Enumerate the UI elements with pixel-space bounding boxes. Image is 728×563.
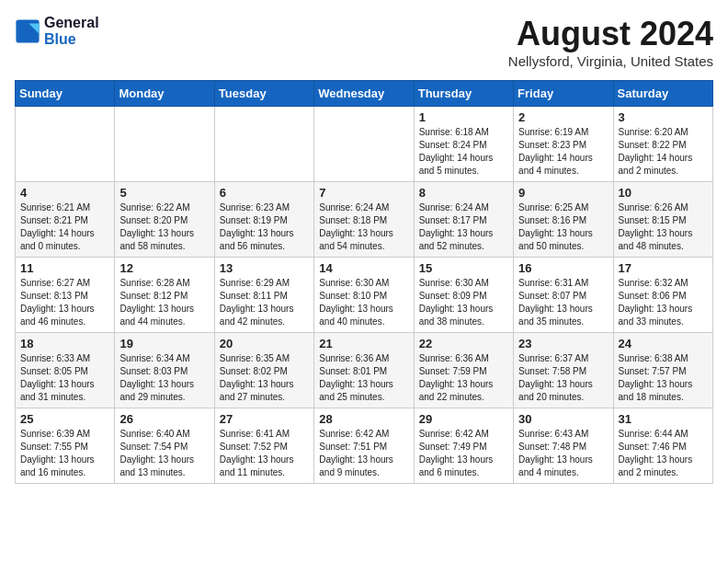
calendar-cell bbox=[16, 107, 115, 182]
day-number: 16 bbox=[518, 261, 608, 275]
calendar-cell: 31Sunrise: 6:44 AM Sunset: 7:46 PM Dayli… bbox=[613, 408, 712, 484]
day-info: Sunrise: 6:30 AM Sunset: 8:09 PM Dayligh… bbox=[419, 277, 508, 328]
day-info: Sunrise: 6:30 AM Sunset: 8:10 PM Dayligh… bbox=[319, 277, 408, 328]
calendar-cell: 17Sunrise: 6:32 AM Sunset: 8:06 PM Dayli… bbox=[613, 258, 712, 333]
week-row-5: 25Sunrise: 6:39 AM Sunset: 7:55 PM Dayli… bbox=[16, 408, 713, 484]
week-row-1: 1Sunrise: 6:18 AM Sunset: 8:24 PM Daylig… bbox=[16, 107, 713, 182]
logo-line2: Blue bbox=[44, 31, 99, 48]
header-day-monday: Monday bbox=[115, 81, 214, 107]
calendar-cell: 2Sunrise: 6:19 AM Sunset: 8:23 PM Daylig… bbox=[514, 107, 613, 182]
week-row-4: 18Sunrise: 6:33 AM Sunset: 8:05 PM Dayli… bbox=[16, 333, 713, 408]
day-number: 15 bbox=[419, 261, 508, 275]
calendar-cell bbox=[314, 107, 414, 182]
day-number: 13 bbox=[220, 261, 309, 275]
day-info: Sunrise: 6:42 AM Sunset: 7:51 PM Dayligh… bbox=[319, 428, 408, 479]
day-info: Sunrise: 6:25 AM Sunset: 8:16 PM Dayligh… bbox=[518, 201, 608, 253]
calendar-cell: 22Sunrise: 6:36 AM Sunset: 7:59 PM Dayli… bbox=[414, 333, 513, 408]
day-number: 8 bbox=[419, 186, 508, 200]
calendar-cell: 15Sunrise: 6:30 AM Sunset: 8:09 PM Dayli… bbox=[414, 258, 513, 333]
day-number: 18 bbox=[20, 337, 109, 350]
calendar-cell: 30Sunrise: 6:43 AM Sunset: 7:48 PM Dayli… bbox=[514, 408, 613, 484]
calendar-cell: 18Sunrise: 6:33 AM Sunset: 8:05 PM Dayli… bbox=[16, 333, 115, 408]
calendar-cell: 8Sunrise: 6:24 AM Sunset: 8:17 PM Daylig… bbox=[414, 182, 513, 258]
day-info: Sunrise: 6:18 AM Sunset: 8:24 PM Dayligh… bbox=[419, 126, 508, 178]
month-year: August 2024 bbox=[508, 15, 713, 53]
header-day-tuesday: Tuesday bbox=[214, 81, 313, 107]
day-info: Sunrise: 6:27 AM Sunset: 8:13 PM Dayligh… bbox=[20, 277, 109, 328]
day-number: 23 bbox=[518, 337, 608, 350]
calendar-cell: 11Sunrise: 6:27 AM Sunset: 8:13 PM Dayli… bbox=[16, 258, 115, 333]
day-info: Sunrise: 6:43 AM Sunset: 7:48 PM Dayligh… bbox=[518, 428, 608, 479]
day-number: 14 bbox=[319, 261, 408, 275]
day-info: Sunrise: 6:31 AM Sunset: 8:07 PM Dayligh… bbox=[518, 277, 608, 328]
calendar-cell: 13Sunrise: 6:29 AM Sunset: 8:11 PM Dayli… bbox=[214, 258, 313, 333]
day-number: 25 bbox=[20, 412, 109, 426]
week-row-2: 4Sunrise: 6:21 AM Sunset: 8:21 PM Daylig… bbox=[16, 182, 713, 258]
calendar-cell: 16Sunrise: 6:31 AM Sunset: 8:07 PM Dayli… bbox=[514, 258, 613, 333]
header-day-thursday: Thursday bbox=[414, 81, 513, 107]
day-info: Sunrise: 6:37 AM Sunset: 7:58 PM Dayligh… bbox=[518, 352, 608, 404]
page-header: General Blue August 2024 Nellysford, Vir… bbox=[15, 15, 713, 69]
calendar-cell: 26Sunrise: 6:40 AM Sunset: 7:54 PM Dayli… bbox=[115, 408, 214, 484]
day-number: 2 bbox=[518, 110, 608, 124]
day-number: 7 bbox=[319, 186, 408, 200]
day-number: 3 bbox=[619, 110, 708, 124]
calendar-header: SundayMondayTuesdayWednesdayThursdayFrid… bbox=[16, 81, 713, 107]
day-number: 1 bbox=[419, 110, 508, 124]
day-info: Sunrise: 6:20 AM Sunset: 8:22 PM Dayligh… bbox=[619, 126, 708, 178]
day-info: Sunrise: 6:32 AM Sunset: 8:06 PM Dayligh… bbox=[619, 277, 708, 328]
calendar-cell: 7Sunrise: 6:24 AM Sunset: 8:18 PM Daylig… bbox=[314, 182, 414, 258]
day-number: 22 bbox=[419, 337, 508, 350]
calendar-cell: 24Sunrise: 6:38 AM Sunset: 7:57 PM Dayli… bbox=[613, 333, 712, 408]
calendar-body: 1Sunrise: 6:18 AM Sunset: 8:24 PM Daylig… bbox=[16, 107, 713, 484]
calendar-cell: 20Sunrise: 6:35 AM Sunset: 8:02 PM Dayli… bbox=[214, 333, 313, 408]
calendar: SundayMondayTuesdayWednesdayThursdayFrid… bbox=[15, 80, 713, 484]
day-number: 6 bbox=[220, 186, 309, 200]
logo-icon bbox=[15, 18, 40, 44]
calendar-cell: 28Sunrise: 6:42 AM Sunset: 7:51 PM Dayli… bbox=[314, 408, 414, 484]
calendar-cell bbox=[214, 107, 313, 182]
day-number: 20 bbox=[220, 337, 309, 350]
day-number: 11 bbox=[20, 261, 109, 275]
day-info: Sunrise: 6:38 AM Sunset: 7:57 PM Dayligh… bbox=[619, 352, 708, 404]
day-info: Sunrise: 6:22 AM Sunset: 8:20 PM Dayligh… bbox=[119, 201, 209, 253]
calendar-cell: 19Sunrise: 6:34 AM Sunset: 8:03 PM Dayli… bbox=[115, 333, 214, 408]
calendar-cell bbox=[115, 107, 214, 182]
day-number: 4 bbox=[20, 186, 109, 200]
calendar-cell: 12Sunrise: 6:28 AM Sunset: 8:12 PM Dayli… bbox=[115, 258, 214, 333]
day-info: Sunrise: 6:34 AM Sunset: 8:03 PM Dayligh… bbox=[119, 352, 209, 404]
calendar-cell: 9Sunrise: 6:25 AM Sunset: 8:16 PM Daylig… bbox=[514, 182, 613, 258]
day-number: 21 bbox=[319, 337, 408, 350]
day-info: Sunrise: 6:28 AM Sunset: 8:12 PM Dayligh… bbox=[119, 277, 209, 328]
day-number: 9 bbox=[518, 186, 608, 200]
day-info: Sunrise: 6:24 AM Sunset: 8:17 PM Dayligh… bbox=[419, 201, 508, 253]
title-block: August 2024 Nellysford, Virginia, United… bbox=[508, 15, 713, 69]
day-number: 24 bbox=[619, 337, 708, 350]
day-number: 27 bbox=[220, 412, 309, 426]
day-info: Sunrise: 6:35 AM Sunset: 8:02 PM Dayligh… bbox=[220, 352, 309, 404]
calendar-cell: 29Sunrise: 6:42 AM Sunset: 7:49 PM Dayli… bbox=[414, 408, 513, 484]
calendar-cell: 21Sunrise: 6:36 AM Sunset: 8:01 PM Dayli… bbox=[314, 333, 414, 408]
day-number: 19 bbox=[119, 337, 209, 350]
day-info: Sunrise: 6:19 AM Sunset: 8:23 PM Dayligh… bbox=[518, 126, 608, 178]
day-info: Sunrise: 6:44 AM Sunset: 7:46 PM Dayligh… bbox=[619, 428, 708, 479]
calendar-cell: 6Sunrise: 6:23 AM Sunset: 8:19 PM Daylig… bbox=[214, 182, 313, 258]
calendar-cell: 10Sunrise: 6:26 AM Sunset: 8:15 PM Dayli… bbox=[613, 182, 712, 258]
day-info: Sunrise: 6:24 AM Sunset: 8:18 PM Dayligh… bbox=[319, 201, 408, 253]
day-number: 31 bbox=[619, 412, 708, 426]
calendar-cell: 1Sunrise: 6:18 AM Sunset: 8:24 PM Daylig… bbox=[414, 107, 513, 182]
header-day-friday: Friday bbox=[514, 81, 613, 107]
day-number: 30 bbox=[518, 412, 608, 426]
svg-rect-0 bbox=[16, 20, 39, 43]
day-number: 29 bbox=[419, 412, 508, 426]
day-info: Sunrise: 6:40 AM Sunset: 7:54 PM Dayligh… bbox=[119, 428, 209, 479]
day-number: 26 bbox=[119, 412, 209, 426]
calendar-cell: 23Sunrise: 6:37 AM Sunset: 7:58 PM Dayli… bbox=[514, 333, 613, 408]
calendar-cell: 27Sunrise: 6:41 AM Sunset: 7:52 PM Dayli… bbox=[214, 408, 313, 484]
day-number: 28 bbox=[319, 412, 408, 426]
header-row: SundayMondayTuesdayWednesdayThursdayFrid… bbox=[16, 81, 713, 107]
day-number: 10 bbox=[619, 186, 708, 200]
week-row-3: 11Sunrise: 6:27 AM Sunset: 8:13 PM Dayli… bbox=[16, 258, 713, 333]
day-info: Sunrise: 6:23 AM Sunset: 8:19 PM Dayligh… bbox=[220, 201, 309, 253]
location: Nellysford, Virginia, United States bbox=[508, 53, 713, 69]
